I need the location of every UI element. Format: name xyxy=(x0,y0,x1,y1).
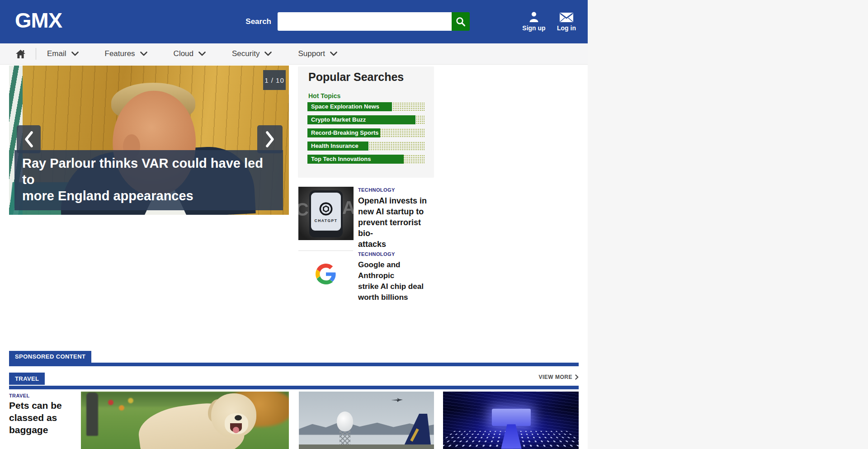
nav-item-security[interactable]: Security xyxy=(232,49,272,58)
news-item-openai[interactable]: TECHNOLOGY OpenAI invests in new AI star… xyxy=(358,187,436,250)
topic-row[interactable]: Top Tech Innovations xyxy=(307,155,425,164)
nav-item-support[interactable]: Support xyxy=(298,49,337,58)
carousel-next-button[interactable] xyxy=(257,125,283,153)
chevron-down-icon xyxy=(140,52,147,56)
news-thumb-google[interactable] xyxy=(298,256,354,292)
topic-row[interactable]: Health Insurance xyxy=(307,142,425,151)
travel-section-tab: TRAVEL xyxy=(9,373,45,385)
chevron-down-icon xyxy=(71,52,79,56)
openai-logo-icon xyxy=(318,201,334,217)
popular-searches-panel: Popular Searches Hot Topics Space Explor… xyxy=(298,66,434,178)
search-input[interactable] xyxy=(278,12,452,31)
page: GMX Search Sign up xyxy=(0,0,588,449)
news-category: TECHNOLOGY xyxy=(358,251,437,257)
travel-section-bar xyxy=(9,386,579,389)
news-category: TECHNOLOGY xyxy=(358,187,436,193)
main-nav: Email Features Cloud Security Support xyxy=(0,43,588,65)
search-label: Search xyxy=(226,12,271,31)
chatgpt-caption: CHATGPT xyxy=(315,218,338,223)
topic-row[interactable]: Crypto Market Buzz xyxy=(307,115,425,124)
nav-item-features[interactable]: Features xyxy=(105,49,147,58)
slide-counter: 1 / 10 xyxy=(263,70,286,90)
nav-divider xyxy=(36,48,36,60)
news-thumb-chatgpt[interactable]: C A CHA xyxy=(298,187,354,240)
nav-item-cloud[interactable]: Cloud xyxy=(174,49,206,58)
news-item-google[interactable]: TECHNOLOGY Google and Anthropic strike A… xyxy=(358,251,437,303)
login-button[interactable]: Log in xyxy=(551,10,582,32)
home-icon xyxy=(15,49,26,59)
airplane-silhouette xyxy=(391,398,403,402)
gmx-logo[interactable]: GMX xyxy=(15,8,62,33)
chevron-right-icon xyxy=(575,374,579,380)
sponsored-content-bar xyxy=(9,363,579,366)
nav-home-button[interactable] xyxy=(15,49,26,59)
topic-row[interactable]: Record-Breaking Sports E... xyxy=(307,128,425,137)
envelope-icon xyxy=(551,10,582,22)
topic-row[interactable]: Space Exploration News xyxy=(307,102,425,111)
person-icon xyxy=(518,10,550,22)
chevron-right-icon xyxy=(264,131,275,148)
light-show-photo[interactable] xyxy=(443,392,579,449)
sponsored-content-tab: SPONSORED CONTENT xyxy=(9,351,91,363)
radar-dome xyxy=(337,411,353,431)
search-icon xyxy=(456,17,466,27)
chevron-down-icon xyxy=(198,52,206,56)
popular-searches-title: Popular Searches xyxy=(308,71,404,84)
travel-article-category: TRAVEL xyxy=(9,393,30,398)
search-button[interactable] xyxy=(452,12,470,31)
airport-photo[interactable] xyxy=(299,392,434,449)
nav-item-email[interactable]: Email xyxy=(47,49,79,58)
carousel-headline[interactable]: Ray Parlour thinks VAR could have led to… xyxy=(14,150,283,210)
news-headline[interactable]: OpenAI invests in new AI startup to prev… xyxy=(358,195,436,250)
signup-button[interactable]: Sign up xyxy=(518,10,550,32)
travel-article-headline[interactable]: Pets can be classed as baggage xyxy=(9,399,72,436)
news-headline[interactable]: Google and Anthropic strike AI chip deal… xyxy=(358,260,437,303)
view-more-link[interactable]: VIEW MORE xyxy=(538,374,579,380)
top-header: GMX Search Sign up xyxy=(0,0,588,43)
chevron-down-icon xyxy=(264,52,272,56)
hot-topics-label: Hot Topics xyxy=(308,92,340,99)
news-carousel[interactable]: 1 / 10 Ray Parlour thinks VAR could have… xyxy=(9,66,289,215)
google-logo-icon xyxy=(316,264,336,284)
dog-photo[interactable] xyxy=(81,392,289,449)
chevron-down-icon xyxy=(330,52,337,56)
chevron-left-icon xyxy=(24,131,34,148)
carousel-prev-button[interactable] xyxy=(17,125,41,153)
hot-topics-list: Space Exploration News Crypto Market Buz… xyxy=(307,102,425,168)
phone-photo: CHATGPT xyxy=(309,190,343,237)
news-divider xyxy=(298,250,353,251)
